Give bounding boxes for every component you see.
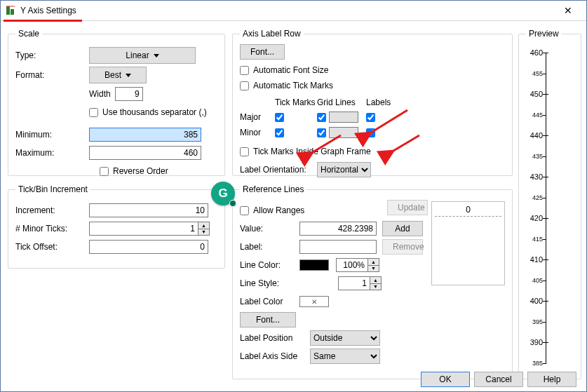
value-input[interactable] [299, 222, 377, 236]
preview-tick [543, 156, 546, 157]
opacity-spinner[interactable]: ▲▼ [336, 258, 379, 272]
major-labels-checkbox[interactable] [366, 113, 375, 122]
ref-list-item[interactable]: 0 [435, 205, 501, 217]
remove-button: Remove [382, 239, 423, 255]
type-dropdown[interactable]: Linear [89, 47, 196, 64]
opacity-input[interactable] [336, 258, 367, 272]
col-grid: Grid Lines [317, 97, 366, 107]
axis-font-button[interactable]: Font... [240, 44, 285, 60]
preview-tick [543, 94, 548, 95]
major-tick-checkbox[interactable] [275, 113, 284, 122]
button-bar: OK Cancel Help [1, 372, 586, 387]
preview-tick-label: 430 [526, 173, 543, 180]
preview-tick [543, 198, 546, 198]
update-button: Update [387, 200, 428, 215]
auto-font-checkbox[interactable]: Automatic Font Size [240, 65, 328, 75]
linestyle-spinner[interactable]: ▲▼ [338, 276, 382, 290]
offset-input[interactable] [89, 240, 208, 254]
preview-tick [543, 53, 548, 53]
min-label: Minimum: [15, 130, 89, 140]
type-value: Linear [126, 50, 149, 60]
tickbin-legend: Tick/Bin Increment [15, 184, 90, 194]
inside-frame-checkbox[interactable]: Tick Marks Inside Graph Frame [240, 147, 371, 156]
increment-label: Increment: [15, 205, 89, 215]
auto-tick-checkbox[interactable]: Automatic Tick Marks [240, 81, 333, 90]
preview-tick [543, 281, 546, 281]
row-major: Major [240, 112, 275, 122]
axis-legend: Axis Label Row [240, 29, 304, 39]
label-label: Label: [240, 242, 299, 252]
preview-tick [543, 322, 546, 323]
labpos-label: Label Position [240, 333, 310, 343]
preview-tick-label: 415 [526, 236, 543, 243]
width-input[interactable] [115, 87, 143, 101]
linecolor-swatch[interactable] [299, 259, 329, 271]
preview-tick-label: 405 [526, 277, 543, 284]
minorticks-spinner[interactable]: ▲▼ [89, 222, 210, 236]
orient-select[interactable]: Horizontal [317, 162, 371, 177]
title-underline-annotation [4, 20, 82, 22]
linestyle-label: Line Style: [240, 278, 299, 288]
allow-ranges-checkbox[interactable]: Allow Ranges [240, 205, 304, 215]
preview-tick-label: 445 [526, 111, 543, 119]
minor-grid-swatch[interactable] [329, 127, 358, 138]
major-grid-checkbox[interactable] [317, 113, 326, 122]
orient-label: Label Orientation: [240, 165, 317, 175]
ref-listbox[interactable]: 0 [431, 201, 505, 285]
thousands-checkbox-box[interactable] [89, 108, 98, 117]
preview-tick-label: 420 [526, 215, 543, 222]
reverse-checkbox[interactable]: Reverse Order [100, 166, 168, 176]
preview-tick-label: 460 [526, 49, 543, 56]
labside-select[interactable]: Same [310, 349, 380, 364]
ref-font-button[interactable]: Font... [240, 312, 296, 327]
minor-labels-checkbox[interactable] [366, 128, 375, 137]
preview-tick [543, 239, 546, 240]
preview-tick-label: 410 [526, 256, 543, 263]
spinner-buttons[interactable]: ▲▼ [198, 222, 210, 236]
preview-tick-label: 390 [526, 339, 543, 346]
labpos-select[interactable]: Outside [310, 330, 380, 346]
minor-tick-checkbox[interactable] [275, 128, 284, 137]
thousands-checkbox[interactable]: Use thousands separator (,) [89, 107, 207, 117]
preview-tick-label: 440 [526, 132, 543, 139]
app-icon [5, 5, 16, 16]
preview-tick-label: 400 [526, 297, 543, 304]
reverse-checkbox-box[interactable] [100, 167, 109, 176]
min-input[interactable] [89, 128, 201, 142]
major-grid-swatch[interactable] [329, 111, 358, 123]
linecolor-label: Line Color: [240, 260, 299, 270]
increment-input[interactable] [89, 203, 208, 217]
add-button[interactable]: Add [382, 221, 423, 236]
grammarly-icon[interactable]: G [211, 182, 235, 205]
caret-icon [154, 54, 159, 58]
svg-rect-0 [6, 6, 10, 15]
ok-button[interactable]: OK [421, 372, 470, 387]
row-minor: Minor [240, 128, 275, 137]
label-input[interactable] [299, 240, 377, 254]
content-area: Scale Type: Linear Format: Best Width [8, 29, 579, 363]
minor-grid-checkbox[interactable] [317, 128, 326, 137]
preview-tick-label: 450 [526, 90, 543, 97]
help-button[interactable]: Help [527, 372, 576, 387]
width-label: Width [89, 89, 111, 99]
preview-axis-line [546, 53, 546, 363]
preview-legend: Preview [526, 29, 562, 39]
preview-tick-label: 395 [526, 318, 543, 325]
cancel-button[interactable]: Cancel [474, 372, 523, 387]
labcolor-swatch[interactable]: ✕ [299, 296, 329, 307]
preview-tick-label: 455 [526, 70, 543, 77]
tickbin-group: Tick/Bin Increment Increment: # Minor Ti… [8, 184, 225, 269]
preview-tick-label: 435 [526, 153, 543, 160]
format-label: Format: [15, 70, 89, 80]
max-input[interactable] [89, 146, 201, 160]
minorticks-input[interactable] [89, 222, 198, 236]
col-tick: Tick Marks [275, 97, 317, 107]
offset-label: Tick Offset: [15, 242, 89, 252]
preview-tick-label: 425 [526, 194, 543, 201]
preview-tick [543, 218, 548, 219]
minorticks-label: # Minor Ticks: [15, 224, 89, 234]
close-icon[interactable]: ✕ [554, 5, 582, 16]
format-dropdown[interactable]: Best [89, 67, 147, 83]
ref-group: Reference Lines Allow Ranges Value: Add … [232, 184, 513, 379]
linestyle-input[interactable] [338, 276, 370, 290]
